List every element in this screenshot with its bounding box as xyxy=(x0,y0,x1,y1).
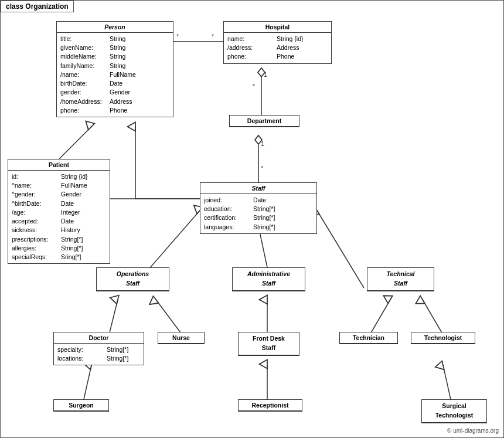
class-surgeon: Surgeon xyxy=(53,399,109,412)
class-ops-staff: OperationsStaff xyxy=(96,267,169,291)
svg-line-16 xyxy=(370,300,390,335)
class-technologist: Technologist xyxy=(411,332,475,344)
svg-line-18 xyxy=(84,365,91,399)
class-hospital-header: Hospital xyxy=(224,22,331,33)
svg-text:*: * xyxy=(253,83,256,90)
class-technologist-header: Technologist xyxy=(411,332,475,344)
class-tech-staff-header: TechnicalStaff xyxy=(367,268,434,291)
svg-line-13 xyxy=(109,300,118,335)
svg-line-20 xyxy=(443,365,451,399)
class-doctor: Doctor specialty:String[*] locations:Str… xyxy=(53,332,144,365)
class-patient-body: id:String {id} ^name:FullName ^gender:Ge… xyxy=(8,171,110,263)
class-ops-staff-header: OperationsStaff xyxy=(97,268,169,291)
svg-text:*: * xyxy=(176,33,179,40)
class-person: Person title:String givenName:String mid… xyxy=(56,21,173,117)
class-doctor-body: specialty:String[*] locations:String[*] xyxy=(54,344,144,365)
svg-text:*: * xyxy=(261,165,264,172)
svg-line-17 xyxy=(423,300,443,335)
class-receptionist: Receptionist xyxy=(238,399,302,412)
class-admin-staff-header: AdministrativeStaff xyxy=(233,268,305,291)
diagram-title: class Organization xyxy=(1,1,74,12)
class-department-header: Department xyxy=(230,116,299,127)
svg-text:*: * xyxy=(212,33,214,40)
class-tech-staff: TechnicalStaff xyxy=(367,267,434,291)
class-front-desk: Front DeskStaff xyxy=(238,332,299,356)
svg-text:1: 1 xyxy=(264,71,267,78)
class-staff-body: joined:Date education:String[*] certific… xyxy=(200,194,316,233)
svg-line-12 xyxy=(317,210,364,288)
class-doctor-header: Doctor xyxy=(54,332,144,344)
svg-line-14 xyxy=(156,300,182,335)
class-technician: Technician xyxy=(339,332,398,344)
class-staff: Staff joined:Date education:String[*] ce… xyxy=(200,182,317,234)
svg-text:1: 1 xyxy=(261,140,264,147)
class-nurse-header: Nurse xyxy=(158,332,204,344)
class-person-body: title:String givenName:String middleName… xyxy=(57,33,173,117)
class-hospital-body: name:String {id} /address:Address phone:… xyxy=(224,33,331,63)
class-admin-staff: AdministrativeStaff xyxy=(232,267,305,291)
diagram-container: class Organization * * * 1 xyxy=(0,0,504,438)
class-receptionist-header: Receptionist xyxy=(239,400,302,411)
class-front-desk-header: Front DeskStaff xyxy=(239,332,299,355)
class-surgeon-header: Surgeon xyxy=(54,400,108,411)
class-nurse: Nurse xyxy=(158,332,205,344)
class-department: Department xyxy=(229,115,299,127)
class-hospital: Hospital name:String {id} /address:Addre… xyxy=(223,21,332,64)
copyright: © uml-diagrams.org xyxy=(447,427,499,434)
svg-line-9 xyxy=(59,127,91,159)
class-patient: Patient id:String {id} ^name:FullName ^g… xyxy=(8,159,110,264)
class-surgical-tech: SurgicalTechnologist xyxy=(421,399,487,423)
class-technician-header: Technician xyxy=(340,332,397,344)
class-surgical-tech-header: SurgicalTechnologist xyxy=(422,400,486,423)
class-person-header: Person xyxy=(57,22,173,33)
class-patient-header: Patient xyxy=(8,159,110,171)
class-staff-header: Staff xyxy=(200,183,316,194)
